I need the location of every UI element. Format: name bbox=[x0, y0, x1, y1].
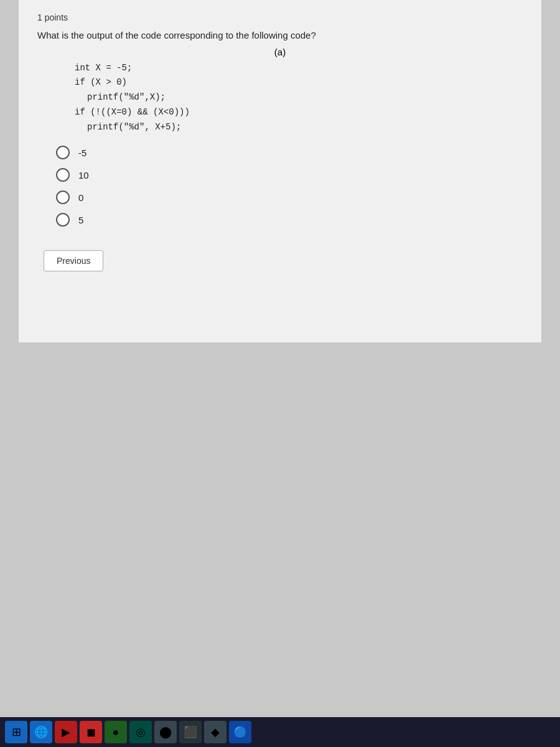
taskbar-item-5[interactable]: ⬤ bbox=[154, 721, 177, 743]
taskbar-item-1[interactable]: ▶ bbox=[55, 721, 77, 743]
code-line-4: if (!((X=0) && (X<0))) bbox=[75, 105, 523, 120]
options-container: -5 10 0 5 bbox=[56, 146, 523, 227]
taskbar-item-6[interactable]: ⬛ bbox=[179, 721, 202, 743]
previous-button[interactable]: Previous bbox=[44, 250, 103, 271]
radio-option-1[interactable] bbox=[56, 146, 70, 159]
radio-option-3[interactable] bbox=[56, 190, 70, 204]
code-block: int X = -5; if (X > 0) printf("%d",X); i… bbox=[75, 61, 523, 135]
taskbar-item-2[interactable]: ◼ bbox=[80, 721, 102, 743]
code-line-2: if (X > 0) bbox=[75, 75, 523, 90]
code-line-1: int X = -5; bbox=[75, 61, 523, 76]
code-line-5: printf("%d", X+5); bbox=[75, 120, 523, 135]
question-text: What is the output of the code correspon… bbox=[37, 29, 523, 43]
quiz-container: 1 points What is the output of the code … bbox=[19, 0, 541, 342]
taskbar-item-3[interactable]: ● bbox=[105, 721, 127, 743]
option-row-4[interactable]: 5 bbox=[56, 213, 523, 227]
radio-option-4[interactable] bbox=[56, 213, 70, 227]
taskbar-start-button[interactable]: ⊞ bbox=[5, 721, 27, 743]
taskbar-browser-icon[interactable]: 🌐 bbox=[30, 721, 52, 743]
taskbar-item-8[interactable]: 🔵 bbox=[229, 721, 251, 743]
option-label-2: 10 bbox=[78, 170, 89, 181]
option-row-1[interactable]: -5 bbox=[56, 146, 523, 159]
points-label: 1 points bbox=[37, 12, 523, 22]
taskbar-item-7[interactable]: ◆ bbox=[204, 721, 226, 743]
option-row-2[interactable]: 10 bbox=[56, 168, 523, 182]
radio-option-2[interactable] bbox=[56, 168, 70, 182]
option-row-3[interactable]: 0 bbox=[56, 190, 523, 204]
taskbar: ⊞ 🌐 ▶ ◼ ● ◎ ⬤ ⬛ ◆ 🔵 bbox=[0, 717, 560, 747]
question-main-text: What is the output of the code correspon… bbox=[37, 30, 316, 40]
part-a-label: (a) bbox=[37, 47, 523, 57]
option-label-3: 0 bbox=[78, 192, 83, 203]
code-line-3: printf("%d",X); bbox=[75, 90, 523, 105]
option-label-1: -5 bbox=[78, 148, 86, 158]
taskbar-item-4[interactable]: ◎ bbox=[129, 721, 152, 743]
option-label-4: 5 bbox=[78, 215, 83, 225]
